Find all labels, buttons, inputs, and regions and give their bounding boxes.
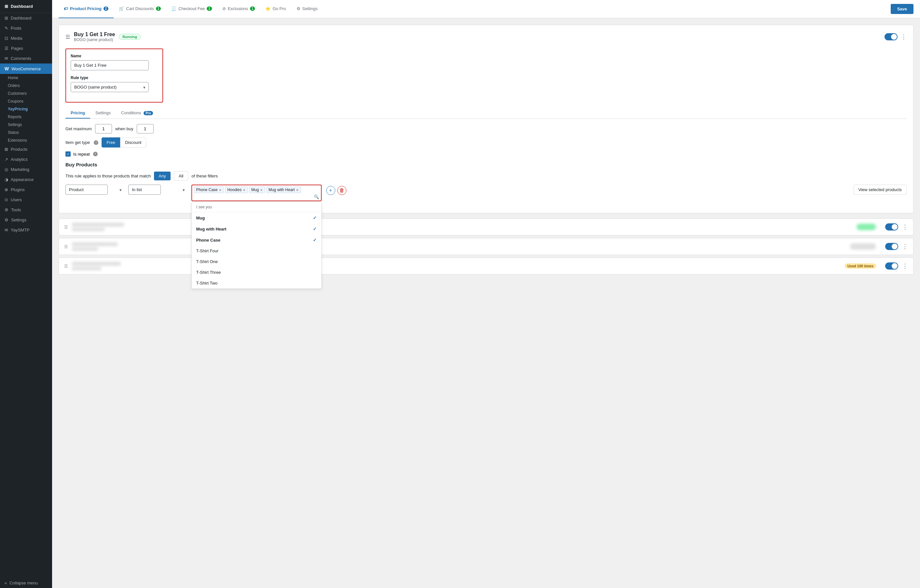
item-get-type-help-icon[interactable]: ? [94, 140, 98, 145]
rule-row-1-toggle[interactable] [885, 224, 898, 230]
sidebar-sub-reports[interactable]: Reports [0, 113, 52, 121]
sidebar-sub-status[interactable]: Status [0, 129, 52, 136]
sidebar-item-comments[interactable]: ✉ Comments [0, 53, 52, 63]
dropdown-item-tshirt-three[interactable]: T-Shirt Three [192, 267, 321, 278]
all-button[interactable]: All [174, 171, 188, 181]
add-filter-icon[interactable]: + [326, 186, 335, 195]
rule-toggle[interactable] [884, 33, 897, 40]
tab-checkout-fee[interactable]: 🧾 Checkout Fee 1 [166, 0, 217, 18]
dropdown-item-tshirt-two[interactable]: T-Shirt Two [192, 278, 321, 288]
drag-handle-icon[interactable]: ☰ [65, 34, 70, 40]
tag-hoodies-remove[interactable]: × [243, 188, 245, 192]
sidebar-item-pages[interactable]: ☰ Pages [0, 43, 52, 53]
tab-exclusions[interactable]: ⊘ Exclusions 1 [217, 0, 261, 18]
rule-row-3-toggle[interactable] [885, 262, 898, 270]
tab-settings[interactable]: ⚙ Settings [292, 0, 323, 18]
rule-header: ☰ Buy 1 Get 1 Free BOGO (same product) R… [65, 32, 907, 42]
rule-row-1-name [72, 223, 853, 231]
more-options-icon[interactable]: ⋮ [901, 33, 907, 40]
filter-type-wrapper: Product [65, 185, 125, 195]
inner-tab-pricing[interactable]: Pricing [65, 108, 90, 118]
dropdown-item-tshirt-one[interactable]: T-Shirt One [192, 256, 321, 267]
save-button[interactable]: Save [891, 4, 914, 14]
inner-tab-conditions[interactable]: Conditions Pro [116, 108, 158, 118]
marketing-icon: ◎ [5, 167, 8, 172]
sidebar-item-collapse[interactable]: « Collapse menu [0, 578, 52, 588]
dropdown-item-mug-heart[interactable]: Mug with Heart ✓ [192, 224, 321, 235]
sidebar-item-users[interactable]: ⊙ Users [0, 195, 52, 205]
dropdown-item-phone-case[interactable]: Phone Case ✓ [192, 235, 321, 246]
when-buy-input[interactable] [137, 124, 154, 133]
tags-input-container[interactable]: Phone Case × Hoodies × Mug × [191, 185, 322, 201]
dropdown-item-mug[interactable]: Mug ✓ [192, 212, 321, 224]
filter-match-row: This rule applies to those products that… [65, 171, 907, 181]
rule-row-2-more[interactable]: ⋮ [902, 243, 908, 250]
sidebar-item-posts[interactable]: ✎ Posts [0, 23, 52, 33]
buy-products-title: Buy Products [65, 162, 907, 167]
wp-icon: ⊞ [5, 4, 8, 9]
inner-tab-settings[interactable]: Settings [90, 108, 116, 118]
tags-search-input[interactable] [194, 194, 313, 199]
any-button[interactable]: Any [154, 172, 170, 180]
sidebar-item-woocommerce[interactable]: W WooCommerce [0, 63, 52, 74]
discount-button[interactable]: Discount [120, 138, 146, 147]
sidebar-sub-extensions[interactable]: Extensions [0, 136, 52, 144]
filter-type-select[interactable]: Product [65, 185, 108, 195]
filter-condition-select[interactable]: In list [128, 185, 161, 195]
drag-handle-3: ☰ [64, 264, 68, 269]
tab-product-pricing[interactable]: 🏷 Product Pricing 2 [58, 0, 113, 18]
tab-go-pro[interactable]: ⭐ Go Pro [260, 0, 291, 18]
sidebar-item-products[interactable]: ⊠ Products [0, 144, 52, 154]
tag-phone-case-remove[interactable]: × [219, 188, 222, 192]
sidebar-sub-customers[interactable]: Customers [0, 89, 52, 97]
rule-row-2: ☰ ⋮ [58, 238, 914, 255]
tag-hoodies-label: Hoodies [227, 188, 241, 192]
sidebar-item-plugins[interactable]: ⊕ Plugins [0, 185, 52, 195]
sidebar-sub-yaypricing[interactable]: YayPricing [0, 105, 52, 113]
tag-phone-case: Phone Case × [194, 186, 224, 193]
sidebar-sub-settings[interactable]: Settings [0, 121, 52, 129]
delete-filter-icon[interactable]: 🗑 [337, 186, 347, 195]
rule-header-right: ⋮ [884, 33, 907, 40]
free-button[interactable]: Free [102, 138, 120, 147]
is-repeat-help-icon[interactable]: ? [93, 152, 98, 156]
rule-row-1-more[interactable]: ⋮ [902, 224, 908, 230]
tag-mug-with-heart: Mug with Heart × [266, 186, 301, 193]
name-input[interactable] [71, 60, 149, 70]
media-icon: ⊡ [5, 36, 8, 41]
tools-icon: ⚙ [5, 207, 8, 212]
sidebar-item-dashboard[interactable]: ⊞ Dashboard [0, 13, 52, 23]
name-field-box: Name Rule type BOGO (same product) [65, 49, 163, 102]
sidebar-item-analytics[interactable]: ↗ Analytics [0, 154, 52, 164]
sidebar-logo[interactable]: ⊞ Dashboard [0, 0, 52, 13]
sidebar-item-media[interactable]: ⊡ Media [0, 33, 52, 43]
sidebar-sub-coupons[interactable]: Coupons [0, 97, 52, 105]
item-get-type-row: Item get type ? Free Discount [65, 138, 907, 147]
is-repeat-checkbox[interactable]: ✓ [65, 151, 71, 157]
get-maximum-row: Get maximum when buy [65, 124, 907, 133]
rule-type-select[interactable]: BOGO (same product) [71, 82, 149, 92]
tag-hoodies: Hoodies × [225, 186, 248, 193]
tab-cart-discounts[interactable]: 🛒 Cart Discounts 1 [113, 0, 166, 18]
sidebar: ⊞ Dashboard ⊞ Dashboard ✎ Posts ⊡ Media … [0, 0, 52, 588]
collapse-icon: « [5, 580, 7, 585]
cart-discounts-icon: 🛒 [119, 6, 124, 11]
inner-tabs: Pricing Settings Conditions Pro [65, 108, 907, 119]
sidebar-item-tools[interactable]: ⚙ Tools [0, 205, 52, 215]
tag-mug-with-heart-remove[interactable]: × [296, 188, 298, 192]
sidebar-item-marketing[interactable]: ◎ Marketing [0, 164, 52, 175]
tag-mug-remove[interactable]: × [260, 188, 263, 192]
get-max-input[interactable] [95, 124, 112, 133]
rule-row-3-more[interactable]: ⋮ [902, 262, 908, 270]
sidebar-item-yaysmtp[interactable]: ✉ YaySMTP [0, 225, 52, 235]
sidebar-sub-orders[interactable]: Orders [0, 82, 52, 89]
view-selected-button[interactable]: View selected products [854, 185, 907, 195]
sidebar-item-settings[interactable]: ⚙ Settings [0, 215, 52, 225]
sidebar-item-appearance[interactable]: ◑ Appearance [0, 175, 52, 185]
dropdown-item-tshirt-four[interactable]: T-Shirt Four [192, 246, 321, 256]
sidebar-sub-home[interactable]: Home [0, 74, 52, 82]
dropdown-item-tshirt-four-label: T-Shirt Four [196, 248, 219, 253]
rule-row-2-toggle[interactable] [885, 243, 898, 250]
filter-actions: + 🗑 [326, 186, 347, 195]
appearance-icon: ◑ [5, 177, 8, 182]
